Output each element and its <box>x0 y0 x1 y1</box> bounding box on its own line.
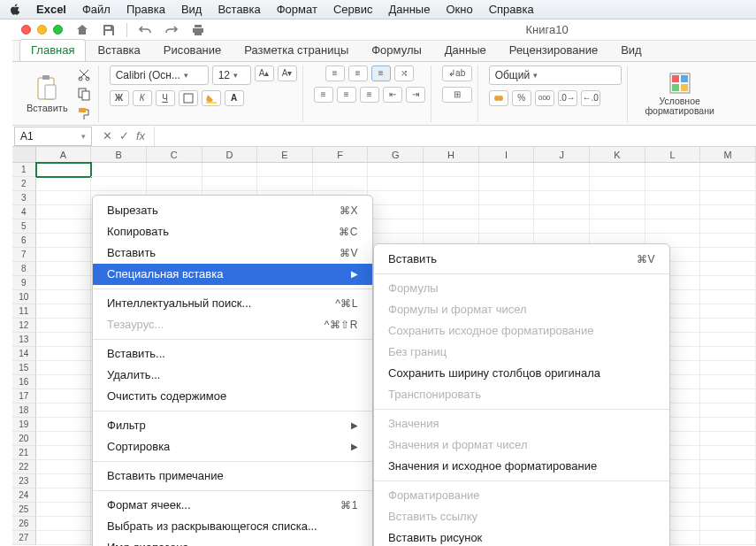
menu-insert[interactable]: Вставить... <box>93 343 372 365</box>
row-header[interactable]: 25 <box>12 503 36 517</box>
mac-menu-tools[interactable]: Сервис <box>325 0 381 19</box>
cell[interactable] <box>700 234 756 248</box>
cell[interactable] <box>534 219 590 234</box>
cell[interactable] <box>36 319 92 333</box>
cell[interactable] <box>36 205 92 219</box>
col-header[interactable]: E <box>257 147 313 162</box>
save-icon[interactable] <box>100 21 118 39</box>
row-header[interactable]: 3 <box>12 191 36 205</box>
cell[interactable] <box>36 404 92 418</box>
cell[interactable] <box>424 219 479 234</box>
percent-button[interactable]: % <box>512 90 531 106</box>
cell[interactable] <box>700 361 756 375</box>
cell[interactable] <box>424 177 479 191</box>
format-painter-icon[interactable] <box>75 104 93 122</box>
cell[interactable] <box>590 219 645 234</box>
cell[interactable] <box>36 219 92 234</box>
minimize-button[interactable] <box>37 25 47 35</box>
cell[interactable] <box>645 163 701 177</box>
maximize-button[interactable] <box>53 25 63 35</box>
cell[interactable] <box>36 375 92 389</box>
menu-copy[interactable]: Копировать⌘C <box>93 221 372 242</box>
menu-comment[interactable]: Вставить примечание <box>93 465 372 487</box>
tab-data[interactable]: Данные <box>433 39 498 61</box>
align-middle-button[interactable]: ≡ <box>348 65 368 81</box>
submenu-paste[interactable]: Вставить⌘V <box>374 249 669 270</box>
row-header[interactable]: 4 <box>12 205 36 219</box>
cell[interactable] <box>147 163 202 177</box>
cell[interactable] <box>700 304 756 319</box>
cell[interactable] <box>91 163 147 177</box>
menu-range-name[interactable]: Имя диапазона... <box>93 537 372 546</box>
menu-filter[interactable]: Фильтр▶ <box>93 415 372 436</box>
tab-review[interactable]: Рецензирование <box>498 39 609 61</box>
cell[interactable] <box>479 191 535 205</box>
home-icon[interactable] <box>73 21 91 39</box>
row-header[interactable]: 7 <box>12 248 36 262</box>
cell[interactable] <box>257 163 313 177</box>
mac-menu-format[interactable]: Формат <box>269 0 325 19</box>
cell[interactable] <box>700 446 756 460</box>
cell[interactable] <box>36 347 92 361</box>
cell[interactable] <box>424 191 479 205</box>
cell[interactable] <box>534 163 590 177</box>
mac-menu-data[interactable]: Данные <box>380 0 438 19</box>
bold-button[interactable]: Ж <box>110 90 129 106</box>
tab-view[interactable]: Вид <box>609 39 653 61</box>
row-header[interactable]: 23 <box>12 474 36 488</box>
fx-icon[interactable]: fx <box>136 129 145 142</box>
cell[interactable] <box>368 163 424 177</box>
align-right-button[interactable]: ≡ <box>360 87 379 103</box>
cell[interactable] <box>700 248 756 262</box>
cell[interactable] <box>36 234 92 248</box>
cell[interactable] <box>479 205 535 219</box>
col-header[interactable]: F <box>313 147 369 162</box>
cell[interactable] <box>645 205 701 219</box>
cell[interactable] <box>700 460 756 474</box>
submenu-keep-width[interactable]: Сохранить ширину столбцов оригинала <box>374 363 669 384</box>
cell[interactable] <box>368 219 424 234</box>
align-left-button[interactable]: ≡ <box>314 87 333 103</box>
cell[interactable] <box>36 488 92 503</box>
cell[interactable] <box>645 177 701 191</box>
grow-font-button[interactable]: A▴ <box>255 65 274 81</box>
menu-paste-special[interactable]: Специальная вставка▶ <box>93 264 372 285</box>
submenu-paste-pic[interactable]: Вставить рисунок <box>374 527 669 546</box>
row-header[interactable]: 21 <box>12 446 36 460</box>
row-header[interactable]: 2 <box>12 177 36 191</box>
number-format-combo[interactable]: Общий▾ <box>489 65 622 85</box>
cell[interactable] <box>534 177 590 191</box>
row-header[interactable]: 12 <box>12 319 36 333</box>
row-header[interactable]: 27 <box>12 531 36 545</box>
cell[interactable] <box>368 177 424 191</box>
cell[interactable] <box>700 333 756 347</box>
font-color-button[interactable]: A <box>225 90 244 106</box>
tab-formulas[interactable]: Формулы <box>360 39 433 61</box>
col-header[interactable]: B <box>91 147 147 162</box>
cell[interactable] <box>91 177 147 191</box>
align-top-button[interactable]: ≡ <box>325 65 345 81</box>
col-header[interactable]: L <box>645 147 701 162</box>
undo-icon[interactable] <box>136 21 154 39</box>
conditional-formatting-button[interactable]: Условное форматировани <box>638 70 722 118</box>
cell[interactable] <box>700 418 756 432</box>
row-header[interactable]: 1 <box>12 163 36 177</box>
cell[interactable] <box>368 191 424 205</box>
row-header[interactable]: 9 <box>12 276 36 290</box>
tab-home[interactable]: Главная <box>19 39 86 61</box>
font-size-combo[interactable]: 12▾ <box>212 65 251 85</box>
decrease-indent-button[interactable]: ⇤ <box>383 87 402 103</box>
cell[interactable] <box>700 389 756 404</box>
cell[interactable] <box>36 418 92 432</box>
cell[interactable] <box>700 488 756 503</box>
cancel-formula-icon[interactable]: ✕ <box>103 129 112 142</box>
redo-icon[interactable] <box>163 21 180 39</box>
cell[interactable] <box>700 290 756 304</box>
cell[interactable] <box>534 205 590 219</box>
cell[interactable] <box>36 446 92 460</box>
cell[interactable] <box>36 460 92 474</box>
row-header[interactable]: 6 <box>12 234 36 248</box>
cell[interactable] <box>590 205 645 219</box>
select-all-corner[interactable] <box>12 147 36 162</box>
mac-menu-help[interactable]: Справка <box>481 0 542 19</box>
